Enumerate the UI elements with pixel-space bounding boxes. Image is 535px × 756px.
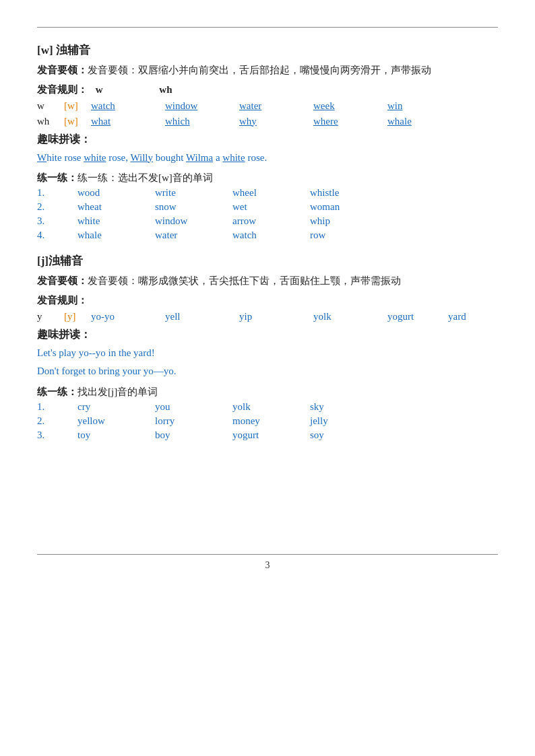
w-pnum-3: 3. <box>37 215 77 227</box>
w-pw-window: window <box>155 215 232 227</box>
j-practice-row-3: 3. toy boy yogurt soy <box>37 429 498 441</box>
fun-w-Wilma: Wilma <box>186 152 213 163</box>
j-pw-yolk: yolk <box>232 401 310 413</box>
j-fun-sentence-1: Let's play yo--yo in the yard! <box>37 345 498 362</box>
j-pw-lorry: lorry <box>155 415 232 427</box>
wh-word-which: which <box>165 116 239 127</box>
w-fun-sentence: White rose white rose, Willy bought Wilm… <box>37 149 498 167</box>
w-pw-white: white <box>77 215 155 227</box>
w-pw-water: water <box>155 230 232 241</box>
j-pw-cry: cry <box>77 401 155 413</box>
fun-w-Willy: Willy <box>130 152 153 163</box>
j-pw-jelly: jelly <box>310 415 387 427</box>
rule-line-j: 发音规则： <box>37 294 498 307</box>
w-pnum-4: 4. <box>37 230 77 241</box>
wh-word-whale: whale <box>387 116 462 127</box>
y-word-yell: yell <box>165 311 239 322</box>
w-pw-arrow: arrow <box>232 215 310 227</box>
w-word-water: water <box>239 100 313 112</box>
section-w: [w] 浊辅音 发音要领：发音要领：双唇缩小并向前突出，舌后部抬起，嘴慢慢向两旁… <box>37 42 498 241</box>
w-pw-write: write <box>155 187 232 199</box>
w-practice-row-2: 2. wheat snow wet woman <box>37 201 498 213</box>
w-pw-woman: woman <box>310 201 387 213</box>
fun-w-white2: white <box>84 152 106 163</box>
fun-w-hite1: hite rose <box>46 152 84 163</box>
y-word-yogurt: yogurt <box>387 311 448 322</box>
j-pw-toy: toy <box>77 429 155 441</box>
w-prefix: w <box>37 100 64 112</box>
j-pnum-2: 2. <box>37 415 77 427</box>
page-number: 3 <box>37 560 498 571</box>
w-practice-row-4: 4. whale water watch row <box>37 230 498 241</box>
y-word-yip: yip <box>239 311 313 322</box>
j-pnum-3: 3. <box>37 429 77 441</box>
w-word-watch: watch <box>91 100 165 112</box>
j-fun-title: 趣味拼读： <box>37 328 498 342</box>
desc-label: 发音要领： <box>37 65 88 75</box>
w-practice-row-1: 1. wood write wheel whistle <box>37 187 498 199</box>
w-pw-wheat: wheat <box>77 201 155 213</box>
j-pw-soy: soy <box>310 429 387 441</box>
w-word-window: window <box>165 100 239 112</box>
wh-word-why: why <box>239 116 313 127</box>
fun-w-white3: white <box>222 152 245 163</box>
j-practice-title: 练一练：找出发[j]音的单词 <box>37 386 498 399</box>
j-pw-yogurt: yogurt <box>232 429 310 441</box>
section-j-title: [j]浊辅音 <box>37 253 498 269</box>
wh-word-what: what <box>91 116 165 127</box>
j-pw-yellow: yellow <box>77 415 155 427</box>
y-word-yoyo: yo-yo <box>91 311 165 322</box>
w-words-row: w [w] watch window water week win <box>37 100 498 112</box>
w-pw-whistle: whistle <box>310 187 387 199</box>
y-words-row: y [y] yo-yo yell yip yolk yogurt yard <box>37 311 498 322</box>
w-pnum-1: 1. <box>37 187 77 199</box>
top-divider <box>37 27 498 28</box>
w-phonetic: [w] <box>64 100 91 112</box>
fun-w-White: W <box>37 152 46 163</box>
j-pw-money: money <box>232 415 310 427</box>
wh-words-row: wh [w] what which why where whale <box>37 116 498 127</box>
y-word-yard: yard <box>448 311 522 322</box>
j-pw-you: you <box>155 401 232 413</box>
w-practice-row-3: 3. white window arrow whip <box>37 215 498 227</box>
bottom-divider <box>37 554 498 555</box>
w-word-week: week <box>313 100 387 112</box>
section-w-title: [w] 浊辅音 <box>37 42 498 58</box>
wh-prefix: wh <box>37 116 64 127</box>
wh-word-where: where <box>313 116 387 127</box>
w-pw-wet: wet <box>232 201 310 213</box>
y-word-yolk: yolk <box>313 311 387 322</box>
y-phonetic: [y] <box>64 311 91 322</box>
w-pw-whip: whip <box>310 215 387 227</box>
j-practice-row-2: 2. yellow lorry money jelly <box>37 415 498 427</box>
section-w-desc: 发音要领：发音要领：双唇缩小并向前突出，舌后部抬起，嘴慢慢向两旁滑开，声带振动 <box>37 62 498 79</box>
section-j-desc: 发音要领：发音要领：嘴形成微笑状，舌尖抵住下齿，舌面贴住上颚，声带需振动 <box>37 273 498 290</box>
w-pw-whale: whale <box>77 230 155 241</box>
w-word-win: win <box>387 100 462 112</box>
j-fun-sentence-2: Don't forget to bring your yo—yo. <box>37 363 498 380</box>
w-pw-snow: snow <box>155 201 232 213</box>
section-j: [j]浊辅音 发音要领：发音要领：嘴形成微笑状，舌尖抵住下齿，舌面贴住上颚，声带… <box>37 253 498 441</box>
j-pw-sky: sky <box>310 401 387 413</box>
y-prefix: y <box>37 311 64 322</box>
wh-phonetic: [w] <box>64 116 91 127</box>
j-pnum-1: 1. <box>37 401 77 413</box>
j-practice-row-1: 1. cry you yolk sky <box>37 401 498 413</box>
w-pw-row: row <box>310 230 387 241</box>
w-pw-wheel: wheel <box>232 187 310 199</box>
w-pnum-2: 2. <box>37 201 77 213</box>
w-pw-watch: watch <box>232 230 310 241</box>
w-pw-wood: wood <box>77 187 155 199</box>
j-pw-boy: boy <box>155 429 232 441</box>
rule-line-w: 发音规则： w wh <box>37 83 498 96</box>
w-practice-title: 练一练：练一练：选出不发[w]音的单词 <box>37 172 498 184</box>
w-fun-title: 趣味拼读： <box>37 133 498 147</box>
